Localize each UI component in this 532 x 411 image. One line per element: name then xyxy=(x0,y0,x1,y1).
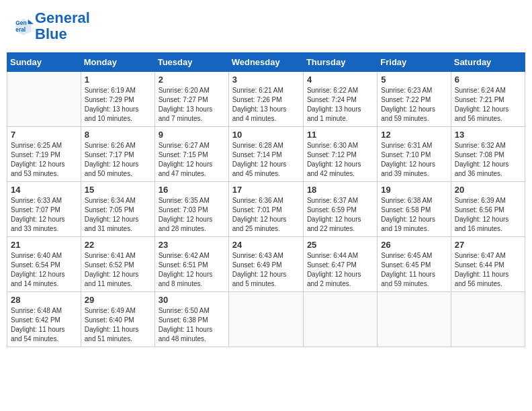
calendar-week-row: 1Sunrise: 6:19 AM Sunset: 7:29 PM Daylig… xyxy=(7,72,525,127)
logo: Gen eral General Blue xyxy=(13,10,90,42)
weekday-header-wednesday: Wednesday xyxy=(228,53,303,72)
logo-line2: Blue xyxy=(35,26,67,42)
calendar-cell: 18Sunrise: 6:37 AM Sunset: 6:59 PM Dayli… xyxy=(303,182,377,237)
day-number: 18 xyxy=(307,185,373,195)
day-info: Sunrise: 6:36 AM Sunset: 7:01 PM Dayligh… xyxy=(232,196,300,234)
day-info: Sunrise: 6:42 AM Sunset: 6:51 PM Dayligh… xyxy=(159,251,225,289)
calendar-cell: 28Sunrise: 6:48 AM Sunset: 6:42 PM Dayli… xyxy=(7,292,81,347)
day-number: 6 xyxy=(455,75,521,85)
calendar-week-row: 7Sunrise: 6:25 AM Sunset: 7:19 PM Daylig… xyxy=(7,127,525,182)
day-info: Sunrise: 6:34 AM Sunset: 7:05 PM Dayligh… xyxy=(85,196,151,234)
day-info: Sunrise: 6:40 AM Sunset: 6:54 PM Dayligh… xyxy=(11,251,77,289)
day-number: 28 xyxy=(11,295,77,305)
calendar-cell: 25Sunrise: 6:44 AM Sunset: 6:47 PM Dayli… xyxy=(303,237,377,292)
day-info: Sunrise: 6:41 AM Sunset: 6:52 PM Dayligh… xyxy=(85,251,151,289)
svg-text:eral: eral xyxy=(15,27,26,34)
day-info: Sunrise: 6:20 AM Sunset: 7:27 PM Dayligh… xyxy=(159,86,225,124)
day-info: Sunrise: 6:45 AM Sunset: 6:45 PM Dayligh… xyxy=(381,251,447,289)
calendar-week-row: 21Sunrise: 6:40 AM Sunset: 6:54 PM Dayli… xyxy=(7,237,525,292)
logo-text: General Blue xyxy=(35,10,90,42)
logo-icon: Gen eral xyxy=(13,16,34,36)
calendar-cell xyxy=(7,72,81,127)
day-number: 24 xyxy=(232,240,300,250)
day-info: Sunrise: 6:23 AM Sunset: 7:22 PM Dayligh… xyxy=(381,86,447,124)
calendar-cell: 19Sunrise: 6:38 AM Sunset: 6:58 PM Dayli… xyxy=(378,182,451,237)
calendar-cell: 1Sunrise: 6:19 AM Sunset: 7:29 PM Daylig… xyxy=(81,72,154,127)
calendar-cell: 20Sunrise: 6:39 AM Sunset: 6:56 PM Dayli… xyxy=(451,182,525,237)
calendar-cell: 14Sunrise: 6:33 AM Sunset: 7:07 PM Dayli… xyxy=(7,182,81,237)
day-number: 12 xyxy=(381,130,447,140)
calendar-cell: 15Sunrise: 6:34 AM Sunset: 7:05 PM Dayli… xyxy=(81,182,154,237)
calendar-cell: 11Sunrise: 6:30 AM Sunset: 7:12 PM Dayli… xyxy=(303,127,377,182)
calendar-cell: 10Sunrise: 6:28 AM Sunset: 7:14 PM Dayli… xyxy=(228,127,303,182)
day-info: Sunrise: 6:35 AM Sunset: 7:03 PM Dayligh… xyxy=(159,196,225,234)
calendar-cell: 17Sunrise: 6:36 AM Sunset: 7:01 PM Dayli… xyxy=(228,182,303,237)
weekday-header-monday: Monday xyxy=(81,53,154,72)
weekday-header-thursday: Thursday xyxy=(303,53,377,72)
day-number: 17 xyxy=(232,185,300,195)
day-number: 13 xyxy=(455,130,521,140)
day-info: Sunrise: 6:44 AM Sunset: 6:47 PM Dayligh… xyxy=(307,251,373,289)
day-info: Sunrise: 6:28 AM Sunset: 7:14 PM Dayligh… xyxy=(232,141,300,179)
weekday-header-friday: Friday xyxy=(378,53,451,72)
day-number: 25 xyxy=(307,240,373,250)
calendar-cell: 8Sunrise: 6:26 AM Sunset: 7:17 PM Daylig… xyxy=(81,127,154,182)
calendar-cell: 26Sunrise: 6:45 AM Sunset: 6:45 PM Dayli… xyxy=(378,237,451,292)
calendar-week-row: 14Sunrise: 6:33 AM Sunset: 7:07 PM Dayli… xyxy=(7,182,525,237)
day-info: Sunrise: 6:39 AM Sunset: 6:56 PM Dayligh… xyxy=(455,196,521,234)
page-header: Gen eral General Blue xyxy=(7,7,525,46)
weekday-header-tuesday: Tuesday xyxy=(154,53,228,72)
day-number: 10 xyxy=(232,130,300,140)
day-info: Sunrise: 6:48 AM Sunset: 6:42 PM Dayligh… xyxy=(11,306,77,344)
calendar-cell: 22Sunrise: 6:41 AM Sunset: 6:52 PM Dayli… xyxy=(81,237,154,292)
calendar-cell: 6Sunrise: 6:24 AM Sunset: 7:21 PM Daylig… xyxy=(451,72,525,127)
calendar-cell: 9Sunrise: 6:27 AM Sunset: 7:15 PM Daylig… xyxy=(154,127,228,182)
calendar-cell: 21Sunrise: 6:40 AM Sunset: 6:54 PM Dayli… xyxy=(7,237,81,292)
day-info: Sunrise: 6:50 AM Sunset: 6:38 PM Dayligh… xyxy=(159,306,225,344)
logo-line1: General xyxy=(35,9,90,26)
calendar-cell xyxy=(378,292,451,347)
calendar-week-row: 28Sunrise: 6:48 AM Sunset: 6:42 PM Dayli… xyxy=(7,292,525,347)
day-number: 15 xyxy=(85,185,151,195)
calendar-cell: 24Sunrise: 6:43 AM Sunset: 6:49 PM Dayli… xyxy=(228,237,303,292)
day-info: Sunrise: 6:19 AM Sunset: 7:29 PM Dayligh… xyxy=(85,86,151,124)
calendar-cell: 7Sunrise: 6:25 AM Sunset: 7:19 PM Daylig… xyxy=(7,127,81,182)
day-number: 8 xyxy=(85,130,151,140)
day-number: 20 xyxy=(455,185,521,195)
calendar-cell: 16Sunrise: 6:35 AM Sunset: 7:03 PM Dayli… xyxy=(154,182,228,237)
day-info: Sunrise: 6:21 AM Sunset: 7:26 PM Dayligh… xyxy=(232,86,300,124)
day-info: Sunrise: 6:27 AM Sunset: 7:15 PM Dayligh… xyxy=(159,141,225,179)
day-info: Sunrise: 6:25 AM Sunset: 7:19 PM Dayligh… xyxy=(11,141,77,179)
day-number: 19 xyxy=(381,185,447,195)
weekday-header-sunday: Sunday xyxy=(7,53,81,72)
calendar-cell: 4Sunrise: 6:22 AM Sunset: 7:24 PM Daylig… xyxy=(303,72,377,127)
day-number: 21 xyxy=(11,240,77,250)
day-number: 14 xyxy=(11,185,77,195)
calendar-cell xyxy=(451,292,525,347)
day-number: 3 xyxy=(232,75,300,85)
calendar-cell: 29Sunrise: 6:49 AM Sunset: 6:40 PM Dayli… xyxy=(81,292,154,347)
day-info: Sunrise: 6:47 AM Sunset: 6:44 PM Dayligh… xyxy=(455,251,521,289)
calendar-cell xyxy=(228,292,303,347)
weekday-header-row: SundayMondayTuesdayWednesdayThursdayFrid… xyxy=(7,53,525,72)
day-info: Sunrise: 6:22 AM Sunset: 7:24 PM Dayligh… xyxy=(307,86,373,124)
day-info: Sunrise: 6:26 AM Sunset: 7:17 PM Dayligh… xyxy=(85,141,151,179)
calendar-cell: 5Sunrise: 6:23 AM Sunset: 7:22 PM Daylig… xyxy=(378,72,451,127)
day-number: 7 xyxy=(11,130,77,140)
weekday-header-saturday: Saturday xyxy=(451,53,525,72)
calendar-table: SundayMondayTuesdayWednesdayThursdayFrid… xyxy=(7,52,525,347)
day-number: 1 xyxy=(85,75,151,85)
day-info: Sunrise: 6:24 AM Sunset: 7:21 PM Dayligh… xyxy=(455,86,521,124)
day-number: 26 xyxy=(381,240,447,250)
calendar-cell xyxy=(303,292,377,347)
day-number: 27 xyxy=(455,240,521,250)
calendar-cell: 3Sunrise: 6:21 AM Sunset: 7:26 PM Daylig… xyxy=(228,72,303,127)
day-number: 29 xyxy=(85,295,151,305)
calendar-cell: 23Sunrise: 6:42 AM Sunset: 6:51 PM Dayli… xyxy=(154,237,228,292)
day-number: 2 xyxy=(159,75,225,85)
day-number: 30 xyxy=(159,295,225,305)
day-info: Sunrise: 6:32 AM Sunset: 7:08 PM Dayligh… xyxy=(455,141,521,179)
day-number: 23 xyxy=(159,240,225,250)
calendar-cell: 30Sunrise: 6:50 AM Sunset: 6:38 PM Dayli… xyxy=(154,292,228,347)
day-number: 22 xyxy=(85,240,151,250)
